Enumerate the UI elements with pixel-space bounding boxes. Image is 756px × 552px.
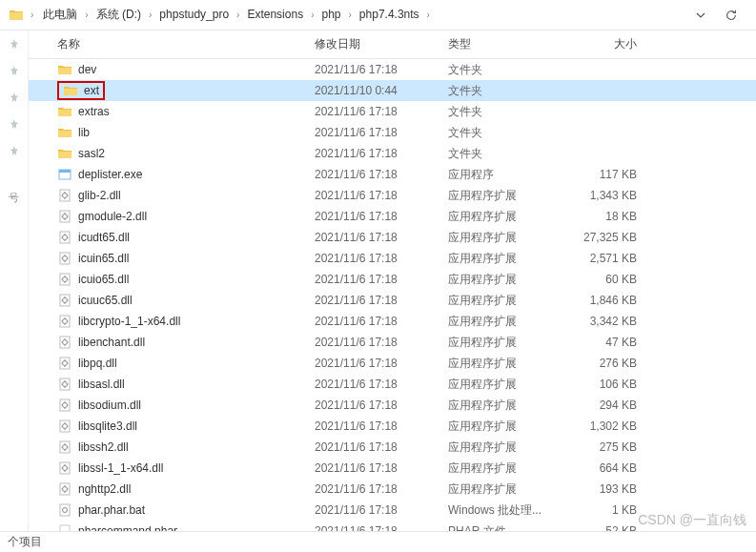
file-name: icuin65.dll bbox=[78, 252, 129, 265]
breadcrumb-item[interactable]: phpstudy_pro bbox=[155, 6, 233, 23]
chevron-right-icon[interactable]: › bbox=[27, 10, 37, 20]
file-name-cell[interactable]: icuio65.dll bbox=[57, 272, 315, 287]
file-date: 2021/11/6 17:18 bbox=[315, 105, 448, 118]
history-dropdown[interactable] bbox=[691, 6, 710, 25]
file-name-cell[interactable]: libenchant.dll bbox=[57, 335, 315, 350]
file-date: 2021/11/6 17:18 bbox=[315, 63, 448, 76]
file-name-cell[interactable]: libssl-1_1-x64.dll bbox=[57, 460, 315, 476]
file-name-cell[interactable]: libcrypto-1_1-x64.dll bbox=[57, 314, 315, 329]
file-name-cell[interactable]: dev bbox=[57, 62, 315, 77]
col-name[interactable]: 名称 bbox=[57, 36, 315, 52]
file-name-cell[interactable]: lib bbox=[57, 125, 315, 140]
file-name: dev bbox=[78, 63, 96, 76]
breadcrumb-item[interactable]: php bbox=[317, 6, 344, 23]
file-name-cell[interactable]: extras bbox=[57, 104, 315, 119]
file-row[interactable]: icuuc65.dll2021/11/6 17:18应用程序扩展1,846 KB bbox=[29, 290, 756, 311]
file-row[interactable]: ext2021/11/10 0:44文件夹 bbox=[29, 80, 756, 101]
file-name-cell[interactable]: icuuc65.dll bbox=[57, 293, 315, 308]
chevron-right-icon[interactable]: › bbox=[423, 10, 434, 20]
file-name: libpq.dll bbox=[78, 357, 117, 370]
breadcrumb-item[interactable]: Extensions bbox=[243, 6, 307, 23]
file-name-cell[interactable]: libpq.dll bbox=[57, 356, 315, 371]
chevron-right-icon[interactable]: › bbox=[345, 10, 356, 20]
file-row[interactable]: libcrypto-1_1-x64.dll2021/11/6 17:18应用程序… bbox=[29, 311, 756, 332]
breadcrumb-item[interactable]: php7.4.3nts bbox=[356, 6, 423, 23]
file-row[interactable]: dev2021/11/6 17:18文件夹 bbox=[29, 59, 756, 80]
file-name-cell[interactable]: glib-2.dll bbox=[57, 188, 315, 203]
file-row[interactable]: icudt65.dll2021/11/6 17:18应用程序扩展27,325 K… bbox=[29, 227, 756, 248]
file-type: 应用程序扩展 bbox=[448, 209, 572, 225]
file-size: 2,571 KB bbox=[572, 252, 648, 265]
dll-icon bbox=[57, 209, 72, 224]
file-row[interactable]: extras2021/11/6 17:18文件夹 bbox=[29, 101, 756, 122]
file-row[interactable]: nghttp2.dll2021/11/6 17:18应用程序扩展193 KB bbox=[29, 479, 756, 500]
column-headers[interactable]: 名称 修改日期 类型 大小 bbox=[29, 31, 756, 59]
col-size[interactable]: 大小 bbox=[572, 36, 648, 52]
file-row[interactable]: gmodule-2.dll2021/11/6 17:18应用程序扩展18 KB bbox=[29, 206, 756, 227]
svg-rect-1 bbox=[59, 170, 71, 173]
file-row[interactable]: lib2021/11/6 17:18文件夹 bbox=[29, 122, 756, 143]
refresh-button[interactable] bbox=[722, 6, 741, 25]
dll-icon bbox=[57, 293, 72, 308]
file-date: 2021/11/6 17:18 bbox=[315, 378, 448, 391]
file-row[interactable]: libssh2.dll2021/11/6 17:18应用程序扩展275 KB bbox=[29, 437, 756, 458]
file-name-cell[interactable]: libsqlite3.dll bbox=[57, 419, 315, 434]
file-name-cell[interactable]: libsasl.dll bbox=[57, 377, 315, 392]
file-size: 1 KB bbox=[572, 503, 648, 517]
breadcrumb-item[interactable]: 系统 (D:) bbox=[92, 6, 145, 23]
file-row[interactable]: phar.phar.bat2021/11/6 17:18Windows 批处理.… bbox=[29, 500, 756, 521]
folder-icon bbox=[57, 62, 72, 77]
file-name: libssh2.dll bbox=[78, 440, 129, 454]
file-row[interactable]: pharcommand.phar2021/11/6 17:18PHAR 文件52… bbox=[29, 521, 756, 531]
chevron-right-icon[interactable]: › bbox=[233, 10, 243, 20]
file-name-cell[interactable]: libssh2.dll bbox=[57, 440, 315, 455]
file-row[interactable]: libssl-1_1-x64.dll2021/11/6 17:18应用程序扩展6… bbox=[29, 458, 756, 479]
file-type: 应用程序扩展 bbox=[448, 188, 572, 204]
file-date: 2021/11/10 0:44 bbox=[315, 84, 448, 97]
file-name-cell[interactable]: nghttp2.dll bbox=[57, 481, 315, 497]
file-date: 2021/11/6 17:18 bbox=[315, 399, 448, 412]
file-name-cell[interactable]: libsodium.dll bbox=[57, 398, 315, 413]
statusbar: 个项目 bbox=[0, 531, 756, 552]
file-row[interactable]: glib-2.dll2021/11/6 17:18应用程序扩展1,343 KB bbox=[29, 185, 756, 206]
file-row[interactable]: libsasl.dll2021/11/6 17:18应用程序扩展106 KB bbox=[29, 374, 756, 395]
chevron-right-icon[interactable]: › bbox=[81, 10, 92, 20]
file-name-cell[interactable]: icudt65.dll bbox=[57, 230, 315, 245]
exe-icon bbox=[57, 167, 72, 182]
file-name: icuuc65.dll bbox=[78, 294, 133, 307]
file-list[interactable]: dev2021/11/6 17:18文件夹ext2021/11/10 0:44文… bbox=[29, 59, 756, 531]
file-name-cell[interactable]: pharcommand.phar bbox=[57, 523, 315, 531]
file-row[interactable]: libsodium.dll2021/11/6 17:18应用程序扩展294 KB bbox=[29, 395, 756, 416]
file-type: 文件夹 bbox=[448, 146, 572, 162]
file-row[interactable]: libenchant.dll2021/11/6 17:18应用程序扩展47 KB bbox=[29, 332, 756, 353]
file-date: 2021/11/6 17:18 bbox=[315, 210, 448, 223]
col-date[interactable]: 修改日期 bbox=[315, 36, 448, 52]
file-row[interactable]: libpq.dll2021/11/6 17:18应用程序扩展276 KB bbox=[29, 353, 756, 374]
file-row[interactable]: deplister.exe2021/11/6 17:18应用程序117 KB bbox=[29, 164, 756, 185]
file-name-cell[interactable]: deplister.exe bbox=[57, 167, 315, 182]
dll-icon bbox=[57, 230, 72, 245]
file-row[interactable]: icuin65.dll2021/11/6 17:18应用程序扩展2,571 KB bbox=[29, 248, 756, 269]
file-name-cell[interactable]: icuin65.dll bbox=[57, 251, 315, 266]
file-date: 2021/11/6 17:18 bbox=[315, 147, 448, 160]
breadcrumb[interactable]: › 此电脑›系统 (D:)›phpstudy_pro›Extensions›ph… bbox=[0, 0, 756, 31]
breadcrumb-item[interactable]: 此电脑 bbox=[39, 6, 81, 23]
chevron-right-icon[interactable]: › bbox=[145, 10, 155, 20]
pin-icon bbox=[8, 38, 21, 51]
file-name-cell[interactable]: sasl2 bbox=[57, 146, 315, 161]
file-name: nghttp2.dll bbox=[78, 482, 131, 496]
file-name: sasl2 bbox=[78, 147, 105, 160]
file-row[interactable]: sasl22021/11/6 17:18文件夹 bbox=[29, 143, 756, 164]
chevron-right-icon[interactable]: › bbox=[307, 10, 317, 20]
file-name-cell[interactable]: phar.phar.bat bbox=[57, 502, 315, 518]
file-size: 18 KB bbox=[572, 210, 648, 223]
col-type[interactable]: 类型 bbox=[448, 36, 572, 52]
file-name-cell[interactable]: ext bbox=[57, 81, 315, 100]
file-name: libsqlite3.dll bbox=[78, 419, 137, 433]
file-name-cell[interactable]: gmodule-2.dll bbox=[57, 209, 315, 224]
file-name: deplister.exe bbox=[78, 168, 142, 181]
file-row[interactable]: icuio65.dll2021/11/6 17:18应用程序扩展60 KB bbox=[29, 269, 756, 290]
file-date: 2021/11/6 17:18 bbox=[315, 461, 448, 475]
file-row[interactable]: libsqlite3.dll2021/11/6 17:18应用程序扩展1,302… bbox=[29, 416, 756, 437]
file-date: 2021/11/6 17:18 bbox=[315, 357, 448, 370]
